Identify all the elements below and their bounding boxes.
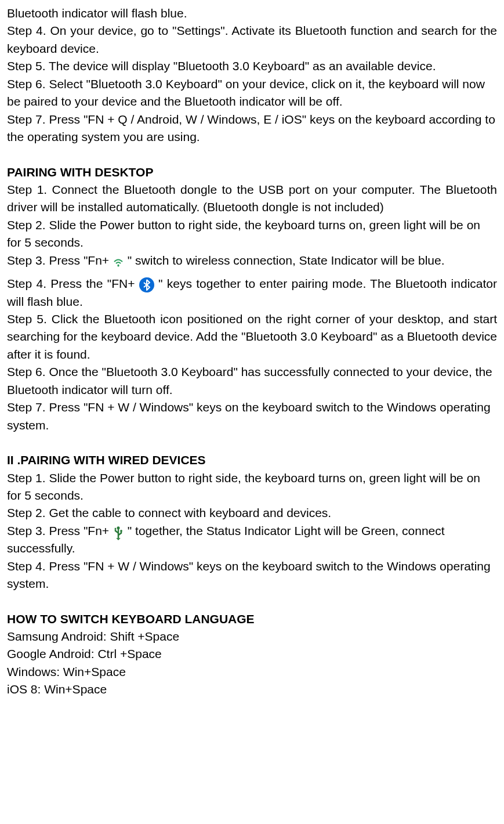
pairing-wired-heading: II .PAIRING WITH WIRED DEVICES [7,451,497,469]
section2-step3-text1: Step 3. Press "Fn+ [7,254,109,267]
section2-step4-text1: Step 4. Press the "FN+ [7,277,139,290]
section2-step3: Step 3. Press "Fn+ " switch to wireless … [7,252,497,269]
section1-step4: Step 4. On your device, go to "Settings"… [7,22,497,57]
wifi-icon [113,255,124,267]
section1-step5: Step 5. The device will display "Bluetoo… [7,57,497,75]
pairing-desktop-heading: PAIRING WITH DESKTOP [7,164,497,181]
section2-step5: Step 5. Click the Bluetooth icon positio… [7,310,497,363]
section3-step4: Step 4. Press "FN + W / Windows" keys on… [7,558,497,593]
section2-step2: Step 2. Slide the Power button to right … [7,216,497,252]
spacer [7,146,497,164]
lang-windows: Windows: Win+Space [7,663,497,681]
svg-point-5 [120,530,122,532]
bluetooth-icon [139,277,154,292]
section3-step2: Step 2. Get the cable to connect with ke… [7,504,497,522]
lang-ios: iOS 8: Win+Space [7,681,497,698]
section2-step4: Step 4. Press the "FN+ " keys together t… [7,275,497,310]
language-heading: HOW TO SWITCH KEYBOARD LANGUAGE [7,610,497,628]
svg-point-0 [117,265,119,266]
section2-step7: Step 7. Press "FN + W / Windows" keys on… [7,399,497,434]
svg-rect-4 [115,528,117,530]
section1-step7: Step 7. Press "FN + Q / Android, W / Win… [7,111,497,146]
spacer [7,593,497,610]
usb-icon [113,526,124,537]
section3-step1: Step 1. Slide the Power button to right … [7,469,497,505]
spacer [7,434,497,451]
section1-step6: Step 6. Select "Bluetooth 3.0 Keyboard" … [7,75,497,111]
section2-step3-text2: " switch to wireless connection, State I… [128,254,445,267]
section3-step3: Step 3. Press "Fn+ " together, the Statu… [7,522,497,558]
lang-google: Google Android: Ctrl +Space [7,645,497,663]
section2-step6: Step 6. Once the "Bluetooth 3.0 Keyboard… [7,363,497,399]
lang-samsung: Samsung Android: Shift +Space [7,628,497,645]
section3-step3-text1: Step 3. Press "Fn+ [7,524,109,537]
intro-line: Bluetooth indicator will flash blue. [7,5,497,22]
section2-step1: Step 1. Connect the Bluetooth dongle to … [7,181,497,216]
